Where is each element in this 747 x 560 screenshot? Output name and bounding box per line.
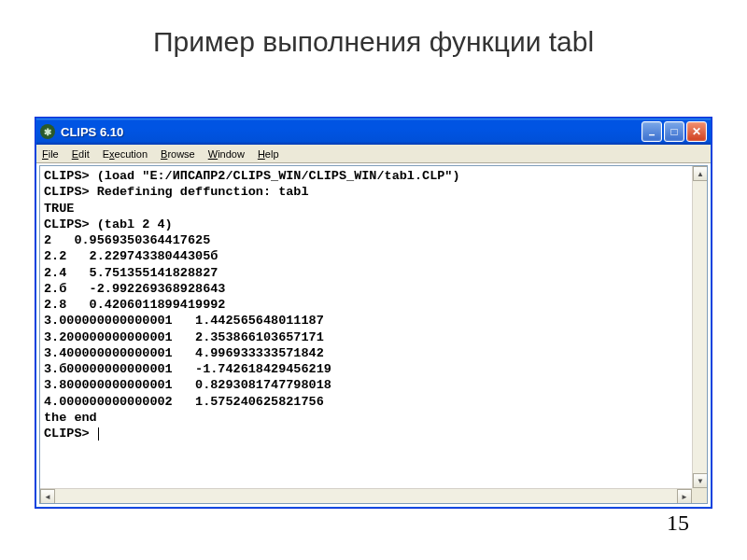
scroll-up-button[interactable]: ▲	[693, 166, 708, 181]
close-button[interactable]: ✕	[686, 121, 707, 142]
console-line: the end	[44, 411, 97, 425]
scroll-down-button[interactable]: ▼	[693, 473, 708, 488]
slide-title: Пример выполнения функции tabl	[0, 0, 747, 58]
console-line: CLIPS> Redefining deffunction: tabl	[44, 185, 309, 199]
console-line: 2.2 2.22974338044305б	[44, 249, 218, 263]
titlebar[interactable]: ✱ CLIPS 6.10 – □ ✕	[36, 119, 711, 145]
scroll-corner	[692, 488, 707, 503]
console-line: CLIPS> (tabl 2 4)	[44, 217, 173, 231]
console-output[interactable]: CLIPS> (load "E:/ИПСАПР2/CLIPS_WIN/CLIPS…	[40, 166, 692, 488]
console-prompt: CLIPS>	[44, 427, 97, 441]
scroll-right-button[interactable]: ►	[677, 489, 692, 504]
console-line: 2 0.9569350364417625	[44, 233, 210, 247]
console-line: 4.000000000000002 1.575240625821756	[44, 395, 324, 409]
horizontal-scrollbar[interactable]: ◄ ►	[40, 488, 692, 503]
vertical-scrollbar[interactable]: ▲ ▼	[692, 166, 707, 488]
minimize-button[interactable]: –	[641, 121, 662, 142]
console-line: 2.б -2.992269368928643	[44, 282, 225, 296]
console-line: 3.200000000000001 2.353866103657171	[44, 330, 324, 344]
console-line: 3.800000000000001 0.8293081747798018	[44, 378, 331, 392]
menu-help[interactable]: Help	[258, 148, 279, 160]
console-area: CLIPS> (load "E:/ИПСАПР2/CLIPS_WIN/CLIPS…	[39, 165, 708, 504]
window-buttons: – □ ✕	[641, 121, 707, 142]
menu-execution[interactable]: Execution	[103, 148, 148, 160]
console-line: CLIPS> (load "E:/ИПСАПР2/CLIPS_WIN/CLIPS…	[44, 169, 460, 183]
menu-file[interactable]: File	[42, 148, 59, 160]
maximize-button[interactable]: □	[664, 121, 684, 142]
page-number: 15	[667, 511, 689, 536]
menu-window[interactable]: Window	[208, 148, 245, 160]
console-line: 3.000000000000001 1.442565648011187	[44, 314, 324, 328]
menu-edit[interactable]: Edit	[72, 148, 90, 160]
console-line: 3.400000000000001 4.996933333571842	[44, 346, 324, 360]
app-icon: ✱	[40, 124, 55, 139]
console-line: 2.4 5.751355141828827	[44, 266, 218, 280]
menubar: File Edit Execution Browse Window Help	[36, 145, 711, 163]
console-line: 2.8 0.4206011899419992	[44, 298, 225, 312]
window-title: CLIPS 6.10	[61, 125, 641, 139]
app-window: ✱ CLIPS 6.10 – □ ✕ File Edit Execution B…	[35, 118, 712, 508]
menu-browse[interactable]: Browse	[161, 148, 195, 160]
scroll-left-button[interactable]: ◄	[40, 489, 55, 504]
console-line: TRUE	[44, 202, 74, 216]
console-line: 3.б00000000000001 -1.742618429456219	[44, 362, 331, 376]
text-cursor	[98, 427, 99, 441]
